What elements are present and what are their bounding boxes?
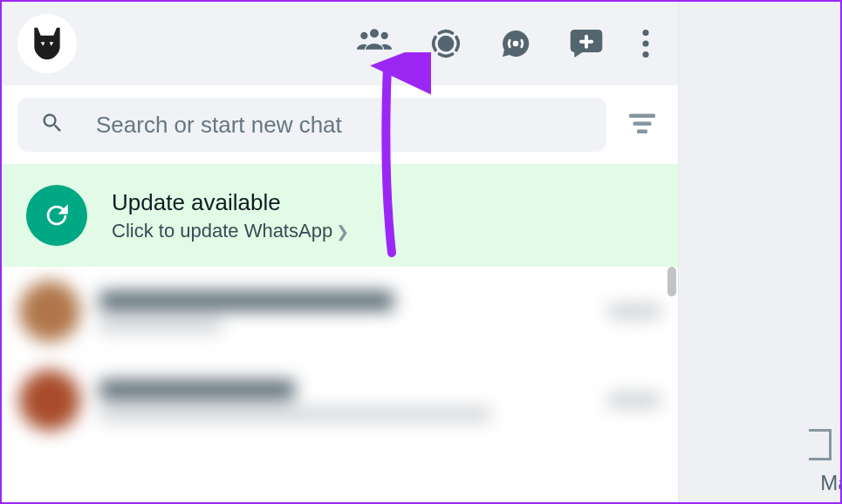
scrollbar-thumb[interactable] — [667, 267, 676, 296]
channels-icon[interactable] — [500, 28, 531, 59]
sidebar-header — [2, 2, 678, 85]
chat-body — [99, 380, 589, 420]
search-box[interactable] — [17, 98, 606, 152]
profile-avatar[interactable] — [17, 14, 77, 73]
status-icon[interactable] — [430, 28, 462, 59]
filter-icon[interactable] — [622, 105, 662, 145]
svg-point-1 — [513, 41, 519, 47]
svg-point-3 — [642, 40, 648, 46]
chat-time — [608, 304, 661, 318]
menu-icon[interactable] — [641, 30, 650, 58]
chat-body — [99, 291, 589, 331]
update-text: Update available Click to update WhatsAp… — [112, 189, 349, 242]
sidebar: Update available Click to update WhatsAp… — [2, 2, 678, 502]
new-chat-icon[interactable] — [570, 30, 603, 58]
right-frame-icon — [809, 429, 832, 460]
chat-item[interactable] — [2, 267, 678, 356]
update-banner[interactable]: Update available Click to update WhatsAp… — [2, 164, 678, 267]
svg-point-4 — [642, 51, 648, 58]
svg-rect-5 — [629, 114, 655, 119]
chevron-right-icon: ❯ — [336, 223, 349, 241]
header-actions — [357, 28, 662, 59]
chat-subtitle — [99, 319, 222, 331]
chat-avatar — [19, 281, 80, 342]
svg-point-0 — [438, 36, 455, 52]
communities-icon[interactable] — [357, 29, 392, 58]
chat-title — [99, 291, 394, 310]
chat-title — [99, 380, 295, 399]
svg-point-2 — [642, 30, 648, 36]
search-icon — [40, 111, 65, 139]
right-pane: Make — [678, 2, 840, 502]
search-input[interactable] — [96, 112, 584, 139]
chat-time — [608, 393, 661, 407]
refresh-icon — [26, 185, 87, 246]
chat-list[interactable] — [2, 267, 678, 502]
chat-avatar — [19, 370, 80, 431]
search-row — [2, 85, 678, 164]
right-label: Make — [820, 471, 842, 495]
update-title: Update available — [112, 189, 349, 216]
svg-rect-7 — [637, 130, 647, 134]
update-subtitle: Click to update WhatsApp — [112, 220, 332, 242]
chat-subtitle — [99, 408, 491, 420]
chat-item[interactable] — [2, 356, 678, 445]
svg-rect-6 — [633, 122, 652, 126]
batman-avatar-icon — [28, 24, 66, 63]
